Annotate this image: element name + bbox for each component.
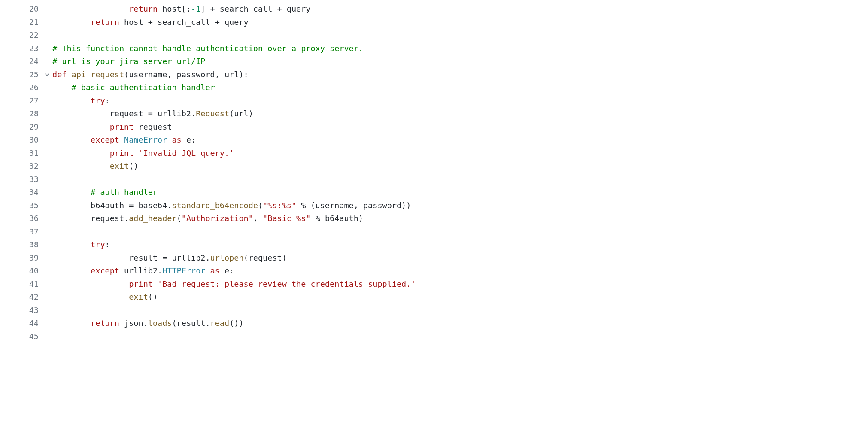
code-line[interactable] xyxy=(52,330,868,343)
code-line[interactable]: # auth handler xyxy=(52,186,868,199)
code-token: urlopen xyxy=(210,252,244,265)
code-token xyxy=(67,68,71,82)
code-token: read xyxy=(210,317,230,330)
code-area[interactable]: return host[:-1] + search_call + query r… xyxy=(52,3,868,343)
code-token: e: xyxy=(182,134,196,147)
code-token: ( xyxy=(177,212,182,225)
code-line[interactable]: request = urllib2.Request(url) xyxy=(52,107,868,121)
code-token: : xyxy=(105,94,110,108)
code-token: exit xyxy=(110,160,129,173)
fold-marker xyxy=(41,330,52,343)
code-token: (request) xyxy=(244,252,287,265)
code-line[interactable]: print 'Invalid JQL query.' xyxy=(52,147,868,160)
fold-marker xyxy=(41,173,52,186)
line-number: 40 xyxy=(0,264,39,278)
code-line[interactable]: return host[:-1] + search_call + query xyxy=(52,3,868,16)
code-token: % b64auth) xyxy=(311,212,364,225)
code-token: json. xyxy=(119,317,148,330)
chevron-down-icon[interactable] xyxy=(44,72,50,77)
line-number: 30 xyxy=(0,134,39,147)
fold-marker xyxy=(41,134,52,147)
line-number: 35 xyxy=(0,199,39,212)
fold-marker xyxy=(41,304,52,317)
line-number: 23 xyxy=(0,42,39,55)
code-line[interactable]: exit() xyxy=(52,291,868,304)
line-number: 31 xyxy=(0,147,39,160)
code-line[interactable] xyxy=(52,173,868,186)
code-line[interactable] xyxy=(52,225,868,239)
code-token: 'Bad request: please review the credenti… xyxy=(158,278,416,291)
code-line[interactable]: b64auth = base64.standard_b64encode("%s:… xyxy=(52,199,868,212)
code-token xyxy=(52,238,91,252)
line-number: 44 xyxy=(0,317,39,330)
code-line[interactable]: # This function cannot handle authentica… xyxy=(52,42,868,55)
code-token: exit xyxy=(129,291,148,304)
line-number: 26 xyxy=(0,81,39,94)
fold-marker xyxy=(41,212,52,225)
fold-marker xyxy=(41,16,52,29)
code-token xyxy=(52,134,91,147)
line-number: 21 xyxy=(0,16,39,29)
code-token xyxy=(52,278,129,291)
code-token: 'Invalid JQL query.' xyxy=(139,147,234,160)
code-token xyxy=(52,291,129,304)
code-line[interactable]: # url is your jira server url/IP xyxy=(52,55,868,68)
fold-marker xyxy=(41,238,52,252)
code-token: try xyxy=(91,238,105,252)
fold-marker xyxy=(41,94,52,108)
line-number: 24 xyxy=(0,55,39,68)
code-token: NameError xyxy=(124,134,167,147)
code-token: (url) xyxy=(229,107,253,121)
code-token: (result. xyxy=(172,317,210,330)
code-line[interactable]: try: xyxy=(52,238,868,252)
code-token: print xyxy=(110,121,134,134)
code-line[interactable]: exit() xyxy=(52,160,868,173)
code-token: (username, password, url): xyxy=(124,68,249,82)
code-line[interactable]: def api_request(username, password, url)… xyxy=(52,68,868,82)
code-token: request. xyxy=(52,212,129,225)
code-token: # This function cannot handle authentica… xyxy=(52,42,363,55)
line-number: 32 xyxy=(0,160,39,173)
fold-marker xyxy=(41,252,52,265)
code-token: "%s:%s" xyxy=(263,199,296,212)
fold-marker xyxy=(41,225,52,239)
code-token: try xyxy=(91,94,105,108)
code-line[interactable]: try: xyxy=(52,94,868,108)
code-token: request xyxy=(134,121,172,134)
code-token: result = urllib2. xyxy=(52,252,210,265)
line-number: 43 xyxy=(0,304,39,317)
code-token xyxy=(52,3,129,16)
code-token xyxy=(52,317,91,330)
code-line[interactable]: return json.loads(result.read()) xyxy=(52,317,868,330)
fold-gutter xyxy=(41,3,52,343)
code-token: ] + search_call + query xyxy=(200,3,310,16)
code-token: host + search_call + query xyxy=(119,16,249,29)
code-token: standard_b64encode xyxy=(172,199,258,212)
code-token xyxy=(52,81,72,94)
code-line[interactable]: result = urllib2.urlopen(request) xyxy=(52,252,868,265)
line-number: 41 xyxy=(0,278,39,291)
code-line[interactable]: print request xyxy=(52,121,868,134)
line-number: 20 xyxy=(0,3,39,16)
code-line[interactable]: request.add_header("Authorization", "Bas… xyxy=(52,212,868,225)
code-line[interactable]: # basic authentication handler xyxy=(52,81,868,94)
code-line[interactable]: print 'Bad request: please review the cr… xyxy=(52,278,868,291)
fold-marker xyxy=(41,317,52,330)
fold-marker[interactable] xyxy=(41,68,52,82)
code-token: host[: xyxy=(158,3,191,16)
code-line[interactable] xyxy=(52,304,868,317)
code-line[interactable]: except urllib2.HTTPError as e: xyxy=(52,264,868,278)
code-line[interactable] xyxy=(52,29,868,42)
fold-marker xyxy=(41,160,52,173)
line-number: 22 xyxy=(0,29,39,42)
line-number: 38 xyxy=(0,238,39,252)
code-token: except xyxy=(91,264,119,278)
code-line[interactable]: return host + search_call + query xyxy=(52,16,868,29)
code-line[interactable]: except NameError as e: xyxy=(52,134,868,147)
line-number: 36 xyxy=(0,212,39,225)
code-token: add_header xyxy=(129,212,176,225)
line-number: 29 xyxy=(0,121,39,134)
code-token: : xyxy=(105,238,110,252)
line-number: 45 xyxy=(0,330,39,343)
code-editor[interactable]: 2021222324252627282930313233343536373839… xyxy=(0,0,868,343)
